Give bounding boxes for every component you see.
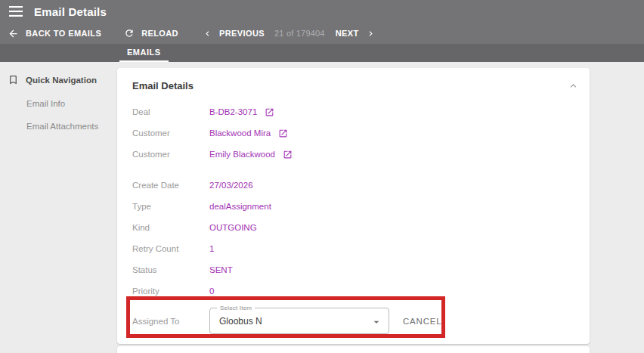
refresh-icon [124, 28, 135, 39]
chevron-up-icon[interactable] [568, 80, 579, 91]
chevron-right-icon [366, 29, 376, 39]
field-row-customer-2: Customer Emily Blackwood [117, 144, 590, 165]
field-label: Status [132, 265, 209, 274]
tab-bar: EMAILS [0, 44, 644, 62]
next-button[interactable]: NEXT [336, 29, 376, 39]
menu-icon[interactable] [8, 3, 24, 20]
back-arrow-icon [8, 28, 19, 39]
field-row-assigned-to: Assigned To Select Item Gloobus N CANCEL [117, 302, 590, 340]
back-to-emails-button[interactable]: BACK TO EMAILS [8, 28, 101, 39]
select-value: Gloobus N [210, 316, 262, 327]
field-value: dealAssignment [209, 202, 271, 211]
field-label: Type [132, 202, 209, 211]
field-group-divider [117, 165, 590, 175]
app-bar: Email Details [0, 0, 644, 23]
open-in-new-icon[interactable] [278, 129, 288, 138]
toolbar: BACK TO EMAILS RELOAD PREVIOUS 21 of 179… [0, 23, 644, 44]
field-label: Customer [132, 150, 209, 159]
email-details-card: Email Details Deal B-DB2-3071 Customer B… [117, 68, 590, 344]
field-label: Priority [132, 286, 209, 296]
field-row-type: Type dealAssignment [117, 196, 590, 217]
page-title: Email Details [34, 5, 107, 18]
sidebar-item-email-info[interactable]: Email Info [0, 99, 117, 108]
field-value: 1 [209, 244, 214, 253]
customer-link[interactable]: Blackwood Mira [209, 129, 271, 138]
field-value: OUTGOING [209, 223, 257, 232]
field-row-priority: Priority 0 [117, 280, 590, 302]
dropdown-caret-icon [370, 316, 382, 328]
field-label: Create Date [132, 181, 209, 190]
card-title: Email Details [132, 80, 194, 91]
field-row-create-date: Create Date 27/03/2026 [117, 175, 590, 196]
field-label: Customer [132, 129, 209, 138]
assigned-to-label: Assigned To [132, 317, 209, 326]
reload-button[interactable]: RELOAD [124, 28, 178, 39]
open-in-new-icon[interactable] [283, 150, 293, 159]
field-row-retry-count: Retry Count 1 [117, 238, 590, 259]
field-label: Kind [132, 223, 209, 232]
previous-label: PREVIOUS [219, 29, 265, 38]
assigned-to-select[interactable]: Select Item Gloobus N [209, 308, 389, 334]
field-row-kind: Kind OUTGOING [117, 217, 590, 238]
back-to-emails-label: BACK TO EMAILS [26, 29, 101, 38]
select-floating-label: Select Item [217, 305, 255, 311]
field-value: SENT [209, 265, 233, 274]
quick-navigation-header: Quick Navigation [0, 62, 117, 85]
field-label: Deal [132, 107, 209, 116]
chevron-left-icon [203, 29, 212, 39]
field-value: 0 [209, 286, 214, 296]
field-label: Retry Count [132, 244, 209, 253]
customer-link[interactable]: Emily Blackwood [209, 150, 275, 159]
record-counter: 21 of 179404 [274, 29, 325, 38]
quick-navigation-title: Quick Navigation [26, 76, 97, 85]
tab-emails[interactable]: EMAILS [119, 44, 169, 62]
bookmark-icon [8, 74, 19, 85]
quick-navigation-sidebar: Quick Navigation Email Info Email Attach… [0, 62, 117, 131]
cancel-button[interactable]: CANCEL [403, 317, 441, 326]
next-label: NEXT [336, 29, 359, 38]
field-value: 27/03/2026 [209, 181, 253, 190]
next-section-card [117, 346, 590, 353]
field-row-customer-1: Customer Blackwood Mira [117, 122, 590, 144]
field-row-deal: Deal B-DB2-3071 [117, 101, 590, 122]
card-header: Email Details [117, 68, 590, 101]
previous-button[interactable]: PREVIOUS [203, 29, 265, 39]
open-in-new-icon[interactable] [265, 107, 274, 117]
field-row-status: Status SENT [117, 259, 590, 280]
deal-link[interactable]: B-DB2-3071 [209, 107, 257, 116]
email-details-screen: Email Details BACK TO EMAILS RELOAD PREV… [0, 0, 644, 353]
sidebar-item-email-attachments[interactable]: Email Attachments [0, 122, 117, 131]
reload-label: RELOAD [141, 29, 178, 38]
